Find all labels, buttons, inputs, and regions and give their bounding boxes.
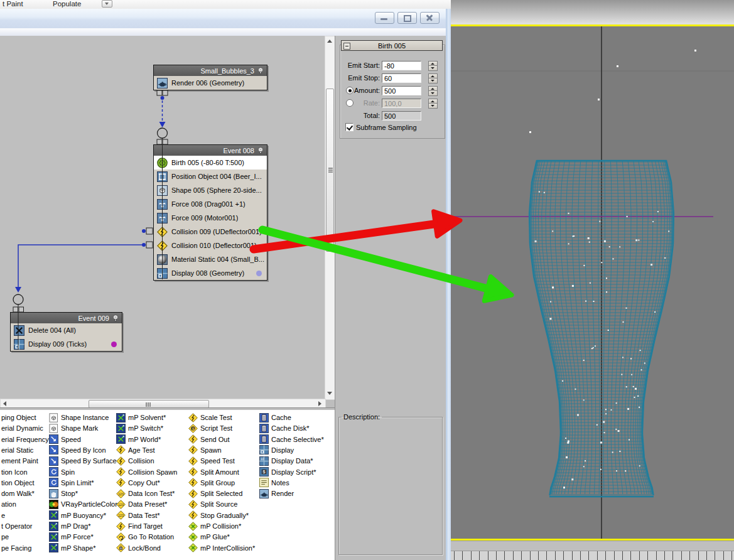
depot-item[interactable]: Split Selected [188,488,242,498]
depot-item[interactable]: SDisplay Script* [259,467,316,477]
depot-item[interactable]: Speed By Icon [49,445,106,455]
depot-item[interactable]: 123Data Test* [116,510,160,520]
depot-item[interactable]: Notes [259,478,289,488]
depot-item[interactable]: Age Test [116,445,155,455]
depot-item[interactable]: Render [259,488,294,498]
vscroll-thumb[interactable] [326,89,334,252]
depot-item[interactable]: mP InterCollision* [188,543,255,553]
particle-view-titlebar[interactable] [0,9,446,29]
depot-item[interactable]: Stop Gradually* [188,510,249,520]
depot-item[interactable]: ation [1,499,16,509]
depot-item[interactable]: 10Display Data* [259,456,313,466]
viewport[interactable] [451,26,734,539]
depot-item[interactable]: 123Data Preset* [116,499,167,509]
ribbon-dropdown-icon[interactable] [102,0,112,8]
ribbon-tab-populate[interactable]: Populate [53,0,81,8]
depot-item[interactable]: ement Paint [1,456,38,466]
lamp-icon[interactable] [257,146,264,155]
node-titlebar[interactable]: Small_Bubbles_3 [154,65,267,76]
depot-item[interactable]: Collision Spawn [116,467,177,477]
depot-item[interactable]: Split Source [188,499,237,509]
depot-item[interactable]: Shape Instance [49,412,109,423]
node-titlebar[interactable]: Event 009 [11,313,122,323]
depot-item[interactable]: Speed [49,434,81,444]
depot-item[interactable]: mP Shape* [49,543,95,553]
spinner-down-button[interactable] [428,78,438,83]
depot-item[interactable]: pe Facing [1,543,31,553]
minimize-button[interactable] [375,12,394,24]
depot-item[interactable]: Copy Out* [116,478,160,488]
node-titlebar[interactable]: Event 008 [154,145,267,156]
rate-spinner[interactable] [428,99,436,108]
operator-row[interactable]: Render 006 (Geometry) [154,76,267,90]
close-button[interactable] [420,12,440,24]
depot-item[interactable]: Find Target [116,521,163,531]
depot-item[interactable]: 123Data Icon Test* [116,488,175,498]
depot-item[interactable]: pe [1,532,9,542]
operator-row[interactable]: Material Static 004 (Small_B... [154,252,267,266]
depot-item[interactable]: mP Buoyancy* [49,510,106,520]
depot-item[interactable]: erial Frequency [1,434,49,444]
lamp-icon[interactable] [112,314,119,323]
depot-item[interactable]: Send Out [188,434,229,444]
depot-item[interactable]: mP Glue* [188,532,230,542]
depot-item[interactable]: Scale Test [188,412,232,423]
source-node[interactable]: Small_Bubbles_3 Render 006 (Geometry) [153,65,267,90]
operator-row[interactable]: Position Object 004 (Beer_I... [154,170,267,183]
depot-item[interactable]: Spin Limit* [49,478,94,488]
subframe-sampling-checkbox[interactable] [345,123,354,131]
rate-field[interactable]: 100,0 [382,99,421,108]
operator-row[interactable]: Collision 010 (Deflector001) [154,239,267,252]
operator-row[interactable]: Force 009 (Motor001) [154,211,267,225]
operator-row[interactable]: Force 008 (Drag001 +1) [154,197,267,211]
depot-item[interactable]: e [1,510,5,520]
emit-start-spinner[interactable] [428,61,436,70]
operator-row[interactable]: Delete 004 (All) [11,323,122,337]
depot-item[interactable]: erial Static [1,445,33,455]
operator-row[interactable]: Display 009 (Ticks) [11,337,122,351]
depot-item[interactable]: Speed By Surface [49,456,117,466]
ribbon-tab-paint[interactable]: t Paint [3,0,23,8]
depot-item[interactable]: t Operator [1,521,33,531]
depot-item[interactable]: mP Force* [49,532,94,542]
depot-item[interactable]: Stop* [49,488,78,498]
depot-item[interactable]: Cache Selective* [259,434,324,444]
depot-item[interactable]: erial Dynamic [1,423,43,433]
depot-item[interactable]: tion Object [1,478,35,488]
operator-row[interactable]: Birth 005 (-80-60 T:500) [154,156,267,170]
depot-item[interactable]: Spawn [188,445,222,455]
lamp-icon[interactable] [257,67,264,75]
depot-item[interactable]: VRayParticleColor [49,499,117,509]
depot-item[interactable]: mP Switch* [116,423,163,433]
vertical-scrollbar[interactable] [325,36,335,400]
spinner-down-button[interactable] [428,103,438,109]
amount-field[interactable]: 500 [382,86,421,95]
event-008-node[interactable]: Event 008 Birth 005 (-80-60 T:500) Posit… [153,144,267,281]
operator-row[interactable]: Shape 005 (Sphere 20-side... [154,183,267,197]
depot-item[interactable]: mP World* [116,434,161,444]
amount-spinner[interactable] [428,86,436,95]
depot-item[interactable]: Cache Disk* [259,423,310,433]
depot-item[interactable]: Split Amount [188,467,239,477]
depot-item[interactable]: Display [259,445,294,455]
depot-item[interactable]: Cache [259,412,291,423]
depot-item[interactable]: Split Group [188,478,235,488]
time-ruler[interactable] [451,551,734,560]
total-field[interactable]: 500 [382,111,421,121]
depot-item[interactable]: dom Walk* [1,488,35,498]
emit-stop-spinner[interactable] [428,73,436,83]
depot-item[interactable]: mP Drag* [49,521,90,531]
depot-item[interactable]: Go To Rotation [116,532,174,542]
spinner-down-button[interactable] [428,65,438,71]
spinner-down-button[interactable] [428,90,438,96]
depot-item[interactable]: mP Collision* [188,521,241,531]
birth-rollout-header[interactable]: Birth 005 [341,40,443,51]
depot-item[interactable]: SScript Test [188,423,232,433]
depot-item[interactable]: ping Object [1,412,36,423]
depot-item[interactable]: Spin [49,467,75,477]
collapse-rollout-button[interactable] [343,43,350,50]
event-canvas[interactable]: Small_Bubbles_3 Render 006 (Geometry)Eve… [0,36,325,399]
depot-item[interactable]: Collision [116,456,154,466]
operator-row[interactable]: Collision 009 (UDeflector001) [154,225,267,239]
depot-item[interactable]: Shape Mark [49,423,98,433]
